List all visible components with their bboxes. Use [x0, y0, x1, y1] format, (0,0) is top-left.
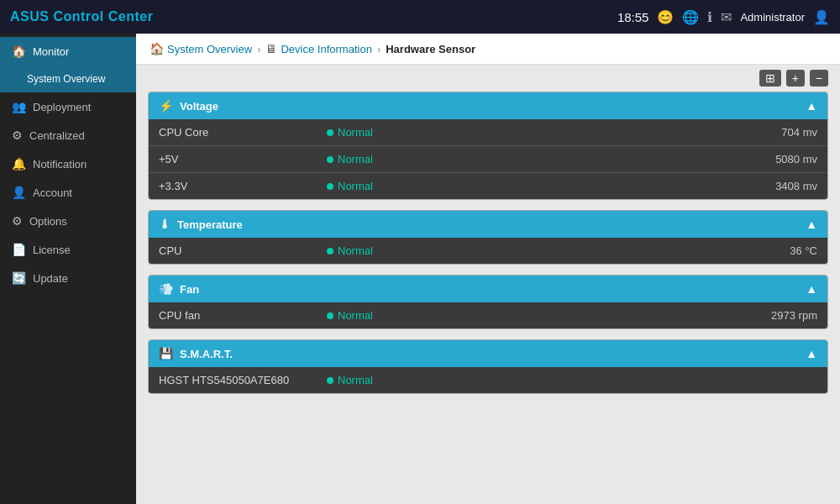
- sidebar-item-centralized[interactable]: ⚙ Centralized: [0, 121, 136, 150]
- breadcrumb-device-information[interactable]: Device Information: [281, 43, 371, 55]
- status-dot: [327, 312, 333, 319]
- breadcrumb-device-icon: 🖥: [265, 42, 277, 55]
- sensor-value: 3408 mv: [733, 180, 817, 192]
- user-icon[interactable]: 👤: [813, 9, 830, 25]
- add-button[interactable]: +: [786, 70, 805, 87]
- table-row: CPU Core Normal 704 mv: [149, 119, 827, 145]
- sidebar-label-notification: Notification: [33, 158, 87, 171]
- status-dot: [327, 183, 333, 190]
- status-text: Normal: [338, 309, 373, 322]
- sidebar-item-deployment[interactable]: 👥 Deployment: [0, 92, 136, 121]
- fan-body: CPU fan Normal 2973 rpm: [149, 302, 827, 328]
- smart-icon: 💾: [159, 347, 173, 360]
- status-dot: [327, 129, 333, 136]
- sidebar-item-system-overview[interactable]: System Overview: [0, 66, 136, 92]
- status-text: Normal: [338, 374, 373, 386]
- status-text: Normal: [338, 244, 373, 257]
- status-dot: [327, 377, 333, 384]
- remove-button[interactable]: −: [810, 70, 828, 87]
- sidebar-label-centralized: Centralized: [29, 129, 85, 142]
- main-layout: 🏠 Monitor System Overview 👥 Deployment ⚙…: [0, 34, 840, 504]
- sidebar-item-options[interactable]: ⚙ Options: [0, 207, 136, 235]
- temperature-icon: 🌡: [159, 218, 171, 231]
- temperature-collapse-icon[interactable]: ▲: [806, 218, 817, 231]
- sidebar-label-license: License: [33, 244, 71, 256]
- sidebar-label-account: Account: [33, 186, 72, 199]
- sensor-status: Normal: [327, 244, 733, 257]
- topbar-username: Administrator: [740, 11, 805, 24]
- sidebar-label-monitor: Monitor: [33, 45, 69, 58]
- breadcrumb-home-icon: 🏠: [150, 42, 164, 55]
- fan-header-left: 💨 Fan: [159, 282, 199, 296]
- table-row: +5V Normal 5080 mv: [149, 145, 827, 172]
- fan-section: 💨 Fan ▲ CPU fan Normal 2973 rpm: [148, 275, 828, 329]
- sensor-status: Normal: [327, 374, 733, 386]
- grid-view-button[interactable]: ⊞: [759, 70, 781, 87]
- mail-icon[interactable]: ✉: [721, 9, 732, 25]
- topbar-time: 18:55: [617, 10, 649, 24]
- sensor-name: CPU Core: [159, 126, 327, 139]
- fan-section-header[interactable]: 💨 Fan ▲: [149, 276, 827, 302]
- topbar-right: 18:55 😊 🌐 ℹ ✉ Administrator 👤: [617, 9, 830, 25]
- license-icon: 📄: [12, 243, 26, 256]
- sensor-value: 5080 mv: [733, 153, 817, 165]
- sensor-status: Normal: [327, 126, 733, 139]
- deployment-icon: 👥: [12, 100, 26, 113]
- smiley-icon[interactable]: 😊: [657, 9, 674, 25]
- fan-icon: 💨: [159, 282, 173, 296]
- smart-section-header[interactable]: 💾 S.M.A.R.T. ▲: [149, 340, 827, 367]
- smart-header-left: 💾 S.M.A.R.T.: [159, 347, 233, 360]
- voltage-header-left: ⚡ Voltage: [159, 99, 218, 113]
- voltage-section-header[interactable]: ⚡ Voltage ▲: [149, 92, 827, 119]
- temperature-body: CPU Normal 36 °C: [149, 238, 827, 264]
- breadcrumb-system-overview[interactable]: System Overview: [167, 43, 252, 55]
- voltage-body: CPU Core Normal 704 mv +5V Normal: [149, 119, 827, 199]
- options-icon: ⚙: [12, 214, 23, 228]
- status-dot: [327, 248, 333, 255]
- table-row: CPU Normal 36 °C: [149, 238, 827, 264]
- sensor-value: 36 °C: [733, 244, 817, 257]
- sidebar-item-update[interactable]: 🔄 Update: [0, 264, 136, 292]
- logo-text-cc: Control Center: [53, 9, 153, 24]
- fan-collapse-icon[interactable]: ▲: [806, 282, 817, 296]
- smart-body: HGST HTS545050A7E680 Normal: [149, 367, 827, 393]
- voltage-collapse-icon[interactable]: ▲: [806, 99, 817, 113]
- info-icon[interactable]: ℹ: [707, 9, 712, 25]
- fan-title: Fan: [180, 283, 199, 296]
- globe-icon[interactable]: 🌐: [682, 9, 699, 25]
- table-row: HGST HTS545050A7E680 Normal: [149, 367, 827, 393]
- table-row: CPU fan Normal 2973 rpm: [149, 302, 827, 328]
- status-text: Normal: [338, 153, 373, 165]
- voltage-icon: ⚡: [159, 99, 173, 113]
- breadcrumb-sep-1: ›: [257, 43, 260, 55]
- sidebar-item-monitor[interactable]: 🏠 Monitor: [0, 37, 136, 66]
- sidebar-label-system-overview: System Overview: [27, 73, 105, 85]
- sensor-name: HGST HTS545050A7E680: [159, 374, 327, 386]
- breadcrumb: 🏠 System Overview › 🖥 Device Information…: [136, 34, 840, 65]
- sensor-name: +5V: [159, 153, 327, 165]
- status-dot: [327, 156, 333, 163]
- monitor-icon: 🏠: [12, 45, 26, 58]
- sensor-status: Normal: [327, 153, 733, 165]
- sidebar-item-account[interactable]: 👤 Account: [0, 178, 136, 207]
- table-row: +3.3V Normal 3408 mv: [149, 172, 827, 199]
- voltage-title: Voltage: [180, 100, 218, 113]
- sensor-name: CPU fan: [159, 309, 327, 322]
- breadcrumb-sep-2: ›: [377, 43, 381, 55]
- status-text: Normal: [338, 126, 373, 139]
- sensor-value: 2973 rpm: [733, 309, 817, 322]
- sidebar-label-options: Options: [29, 215, 67, 228]
- smart-collapse-icon[interactable]: ▲: [806, 347, 817, 360]
- sensor-status: Normal: [327, 309, 733, 322]
- temperature-header-left: 🌡 Temperature: [159, 218, 243, 231]
- centralized-icon: ⚙: [12, 129, 23, 142]
- smart-section: 💾 S.M.A.R.T. ▲ HGST HTS545050A7E680 Norm…: [148, 339, 828, 394]
- sidebar-item-notification[interactable]: 🔔 Notification: [0, 150, 136, 178]
- topbar: ASUS Control Center 18:55 😊 🌐 ℹ ✉ Admini…: [0, 0, 840, 34]
- temperature-section-header[interactable]: 🌡 Temperature ▲: [149, 211, 827, 238]
- sensor-status: Normal: [327, 180, 733, 192]
- voltage-section: ⚡ Voltage ▲ CPU Core Normal 704 mv: [148, 92, 828, 200]
- sensor-value: 704 mv: [733, 126, 817, 139]
- main-content: 🏠 System Overview › 🖥 Device Information…: [136, 34, 840, 504]
- sidebar-item-license[interactable]: 📄 License: [0, 235, 136, 264]
